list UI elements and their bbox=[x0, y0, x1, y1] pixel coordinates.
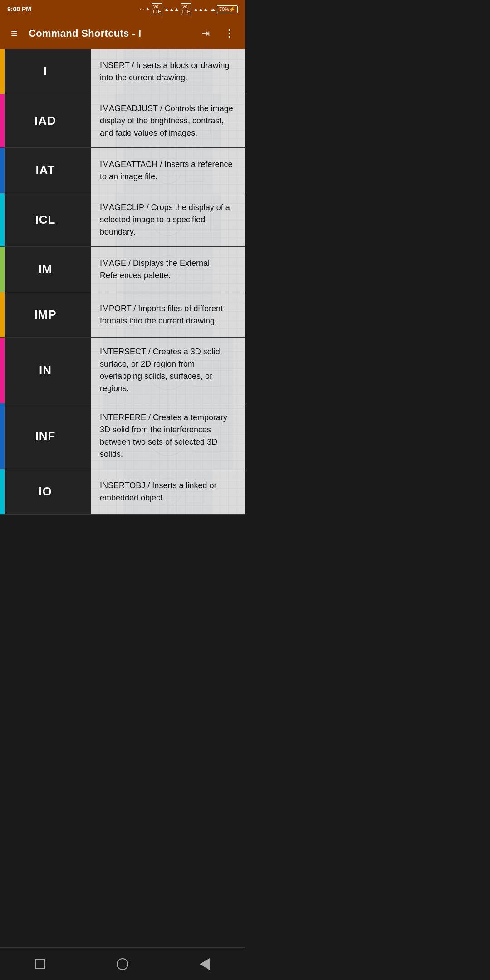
shortcut-key: IM bbox=[39, 262, 53, 276]
status-icons: ··· ✦ VoLTE ▲▲▲ VoLTE ▲▲▲ ☁ 70%⚡ bbox=[140, 3, 238, 15]
color-bar bbox=[0, 94, 5, 147]
table-row[interactable]: INF INTERFERE / Creates a temporary 3D s… bbox=[0, 403, 245, 469]
table-row[interactable]: IAT IMAGEATTACH / Inserts a reference to… bbox=[0, 148, 245, 193]
color-bar bbox=[0, 49, 5, 94]
signal-dots-icon: ··· bbox=[140, 6, 144, 12]
shortcut-description: INSERT / Inserts a block or drawing into… bbox=[100, 59, 236, 84]
more-options-icon[interactable]: ⋮ bbox=[220, 24, 238, 43]
shortcut-key: IN bbox=[39, 363, 52, 377]
color-bar bbox=[0, 247, 5, 292]
shortcut-key-cell: IAT bbox=[0, 148, 91, 193]
table-row[interactable]: IM IMAGE / Displays the External Referen… bbox=[0, 247, 245, 292]
shortcut-key: I bbox=[44, 64, 47, 78]
shortcut-desc-cell: IMAGE / Displays the External References… bbox=[91, 247, 245, 292]
shortcut-desc-cell: INSERT / Inserts a block or drawing into… bbox=[91, 49, 245, 94]
shortcut-key: IO bbox=[39, 485, 52, 499]
table-row[interactable]: IAD IMAGEADJUST / Controls the image dis… bbox=[0, 94, 245, 148]
color-bar bbox=[0, 469, 5, 514]
table-row[interactable]: I INSERT / Inserts a block or drawing in… bbox=[0, 49, 245, 94]
shortcut-description: IMAGEATTACH / Inserts a reference to an … bbox=[100, 158, 236, 183]
shortcut-key-cell: IAD bbox=[0, 94, 91, 147]
color-bar bbox=[0, 148, 5, 193]
menu-icon[interactable]: ≡ bbox=[7, 23, 21, 44]
shortcut-desc-cell: INTERFERE / Creates a temporary 3D solid… bbox=[91, 403, 245, 469]
battery-icon: 70%⚡ bbox=[217, 5, 238, 13]
shortcut-key-cell: IN bbox=[0, 338, 91, 403]
app-bar: ≡ Command Shortcuts - I ⇥ ⋮ bbox=[0, 18, 245, 49]
shortcut-desc-cell: IMPORT / Imports files of different form… bbox=[91, 292, 245, 337]
shortcut-desc-cell: IMAGEADJUST / Controls the image display… bbox=[91, 94, 245, 147]
shortcut-description: INTERSECT / Creates a 3D solid, surface,… bbox=[100, 346, 236, 395]
shortcuts-list: I INSERT / Inserts a block or drawing in… bbox=[0, 49, 245, 551]
shortcut-key-cell: IMP bbox=[0, 292, 91, 337]
shortcut-key-cell: I bbox=[0, 49, 91, 94]
shortcut-description: IMAGE / Displays the External References… bbox=[100, 257, 236, 282]
shortcut-desc-cell: INSERTOBJ / Inserts a linked or embedded… bbox=[91, 469, 245, 514]
shortcut-desc-cell: INTERSECT / Creates a 3D solid, surface,… bbox=[91, 338, 245, 403]
shortcut-desc-cell: IMAGEATTACH / Inserts a reference to an … bbox=[91, 148, 245, 193]
table-row[interactable]: IN INTERSECT / Creates a 3D solid, surfa… bbox=[0, 338, 245, 403]
status-time: 9:00 PM bbox=[7, 5, 31, 13]
bluetooth-icon: ✦ bbox=[146, 6, 150, 12]
shortcut-desc-cell: IMAGECLIP / Crops the display of a selec… bbox=[91, 193, 245, 246]
color-bar bbox=[0, 403, 5, 469]
table-row[interactable]: IO INSERTOBJ / Inserts a linked or embed… bbox=[0, 469, 245, 514]
shortcut-key: IMP bbox=[34, 308, 56, 322]
shortcut-key: ICL bbox=[35, 213, 56, 227]
table-row[interactable]: IMP IMPORT / Imports files of different … bbox=[0, 292, 245, 338]
shortcut-description: INTERFERE / Creates a temporary 3D solid… bbox=[100, 412, 236, 461]
shortcut-key-cell: IO bbox=[0, 469, 91, 514]
color-bar bbox=[0, 338, 5, 403]
shortcut-description: IMAGEADJUST / Controls the image display… bbox=[100, 103, 236, 139]
signal2-icon: ▲▲▲ bbox=[193, 6, 208, 12]
volte1-icon: VoLTE bbox=[152, 3, 162, 15]
wifi-icon: ☁ bbox=[210, 6, 215, 12]
color-bar bbox=[0, 292, 5, 337]
table-row[interactable]: ICL IMAGECLIP / Crops the display of a s… bbox=[0, 193, 245, 247]
shortcut-key: IAT bbox=[36, 163, 55, 177]
status-bar: 9:00 PM ··· ✦ VoLTE ▲▲▲ VoLTE ▲▲▲ ☁ 70%⚡ bbox=[0, 0, 245, 18]
color-bar bbox=[0, 193, 5, 246]
shortcut-key-cell: INF bbox=[0, 403, 91, 469]
volte2-icon: VoLTE bbox=[181, 3, 192, 15]
shortcut-key-cell: IM bbox=[0, 247, 91, 292]
shortcut-description: IMPORT / Imports files of different form… bbox=[100, 303, 236, 327]
signal1-icon: ▲▲▲ bbox=[164, 6, 179, 12]
shortcut-description: IMAGECLIP / Crops the display of a selec… bbox=[100, 201, 236, 238]
login-icon[interactable]: ⇥ bbox=[198, 24, 213, 43]
shortcut-key-cell: ICL bbox=[0, 193, 91, 246]
shortcut-description: INSERTOBJ / Inserts a linked or embedded… bbox=[100, 480, 236, 504]
app-bar-title: Command Shortcuts - I bbox=[29, 28, 191, 39]
shortcut-key: INF bbox=[35, 429, 56, 443]
shortcut-key: IAD bbox=[34, 114, 56, 128]
